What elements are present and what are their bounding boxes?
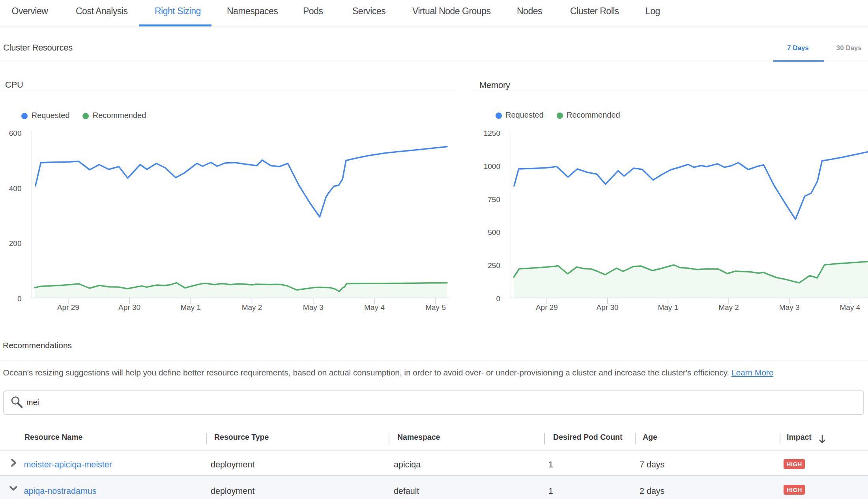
svg-text:600: 600: [9, 129, 22, 137]
svg-text:750: 750: [488, 195, 500, 204]
svg-text:250: 250: [488, 261, 500, 270]
svg-text:May 2: May 2: [718, 303, 739, 311]
svg-text:400: 400: [9, 184, 22, 193]
svg-text:1000: 1000: [484, 162, 500, 171]
svg-text:May 3: May 3: [303, 303, 324, 311]
svg-text:200: 200: [9, 239, 22, 248]
svg-text:1250: 1250: [484, 129, 500, 137]
svg-text:May 1: May 1: [658, 303, 678, 311]
svg-text:May 1: May 1: [180, 303, 201, 311]
svg-text:May 4: May 4: [364, 303, 385, 311]
svg-text:Apr 30: Apr 30: [597, 303, 619, 311]
svg-text:Apr 30: Apr 30: [118, 303, 140, 311]
svg-text:Apr 29: Apr 29: [536, 303, 558, 311]
svg-text:May 2: May 2: [242, 303, 262, 311]
svg-text:May 5: May 5: [425, 303, 446, 311]
svg-text:May 4: May 4: [840, 303, 861, 311]
svg-text:May 3: May 3: [779, 303, 800, 311]
svg-text:0: 0: [17, 295, 22, 303]
svg-text:Apr 29: Apr 29: [57, 303, 79, 311]
svg-text:0: 0: [496, 295, 500, 303]
svg-text:500: 500: [488, 228, 500, 236]
